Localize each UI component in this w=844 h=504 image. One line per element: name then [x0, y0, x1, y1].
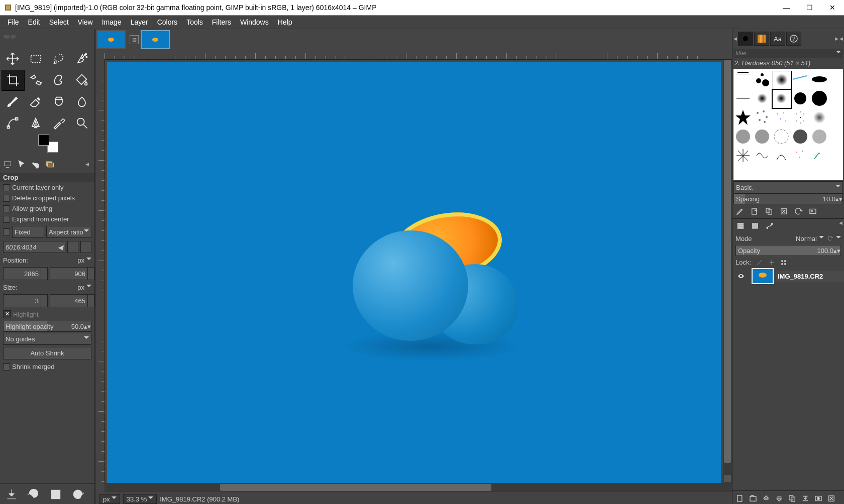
brush-grid[interactable]: [733, 69, 843, 180]
size-unit-select[interactable]: [86, 283, 91, 291]
ratio-input[interactable]: 6016:4014◀: [3, 241, 65, 253]
delete-cropped-checkbox[interactable]: [3, 195, 10, 202]
lock-alpha-icon[interactable]: [780, 259, 787, 266]
portrait-button[interactable]: [67, 241, 78, 253]
menu-view[interactable]: View: [73, 17, 97, 27]
mode-select[interactable]: [819, 234, 824, 242]
expand-center-checkbox[interactable]: [3, 216, 10, 223]
menu-layer[interactable]: Layer: [126, 17, 153, 27]
restore-options-icon[interactable]: [27, 488, 40, 502]
move-tool[interactable]: [2, 49, 24, 69]
visibility-icon[interactable]: [732, 273, 750, 280]
maximize-button[interactable]: ☐: [798, 0, 821, 15]
menu-windows[interactable]: Windows: [236, 17, 273, 27]
rect-select-tool[interactable]: [25, 49, 47, 69]
menu-edit[interactable]: Edit: [24, 17, 45, 27]
warp-tool[interactable]: [48, 70, 70, 90]
delete-options-icon[interactable]: [49, 488, 62, 502]
highlight-toggle[interactable]: ✕: [3, 310, 11, 318]
edit-brush-icon[interactable]: [733, 205, 747, 217]
scrollbar-vertical[interactable]: [723, 60, 732, 483]
clone-tool[interactable]: [48, 92, 70, 112]
layer-thumbnail[interactable]: [752, 268, 774, 284]
eraser-tool[interactable]: [25, 92, 47, 112]
menu-colors[interactable]: Colors: [153, 17, 182, 27]
lock-pixels-icon[interactable]: [756, 259, 763, 266]
new-brush-icon[interactable]: [748, 205, 761, 217]
brush-preset-select[interactable]: Basic,: [733, 181, 843, 193]
allow-growing-checkbox[interactable]: [3, 205, 10, 212]
text-tool[interactable]: [25, 113, 47, 133]
paths-tool[interactable]: [2, 113, 24, 133]
raise-layer-icon[interactable]: [762, 494, 771, 503]
bucket-fill-tool[interactable]: [71, 70, 93, 90]
paintbrush-tool[interactable]: [2, 92, 24, 112]
image-canvas[interactable]: [107, 62, 721, 483]
refresh-brushes-icon[interactable]: [792, 205, 805, 217]
save-options-icon[interactable]: [5, 488, 18, 502]
highlight-opacity-slider[interactable]: Highlight opacity50.0▴▾: [3, 321, 91, 332]
brush-filter-input[interactable]: filter: [733, 49, 843, 58]
menu-select[interactable]: Select: [45, 17, 73, 27]
delete-layer-icon[interactable]: [827, 494, 836, 503]
spacing-slider[interactable]: Spacing10.0▴▾: [733, 193, 843, 204]
lock-position-icon[interactable]: [768, 259, 775, 266]
landscape-button[interactable]: [80, 241, 91, 253]
smudge-tool[interactable]: [71, 92, 93, 112]
menu-filters[interactable]: Filters: [207, 17, 236, 27]
ruler-vertical[interactable]: [95, 60, 105, 483]
layer-row[interactable]: IMG_9819.CR2: [732, 268, 844, 285]
pos-y-input[interactable]: 906: [50, 267, 88, 280]
menu-help[interactable]: Help: [273, 17, 297, 27]
paths-tab[interactable]: [763, 220, 776, 231]
close-tab-button[interactable]: ⊠: [130, 35, 139, 44]
merge-down-icon[interactable]: [801, 494, 810, 503]
mask-icon[interactable]: [814, 494, 823, 503]
fg-bg-colors[interactable]: [38, 135, 58, 153]
crop-tool[interactable]: [2, 70, 25, 91]
pos-x-input[interactable]: 2865: [3, 267, 41, 280]
new-layer-group-icon[interactable]: [749, 494, 758, 503]
fonts-tab[interactable]: Aa: [770, 32, 785, 46]
help-tab-icon[interactable]: ?: [786, 32, 801, 46]
pos-unit-select[interactable]: [86, 256, 91, 264]
unified-transform-tool[interactable]: [26, 70, 48, 90]
minimize-button[interactable]: —: [775, 0, 798, 15]
aspect-ratio-select[interactable]: Aspect ratio: [46, 226, 91, 238]
images-icon[interactable]: [43, 158, 56, 171]
opacity-slider[interactable]: Opacity100.0▴▾: [735, 245, 841, 256]
undo-history-icon[interactable]: [29, 158, 42, 171]
size-y-input[interactable]: 465: [50, 294, 88, 307]
close-button[interactable]: ✕: [821, 0, 844, 15]
scrollbar-horizontal[interactable]: [104, 483, 732, 492]
size-x-input[interactable]: 3: [3, 294, 41, 307]
open-as-image-icon[interactable]: [806, 205, 819, 217]
shrink-merged-checkbox[interactable]: [3, 363, 10, 370]
image-tab-2-active[interactable]: [141, 30, 170, 49]
ruler-horizontal[interactable]: [104, 50, 732, 60]
menu-file[interactable]: File: [3, 17, 24, 27]
fixed-checkbox[interactable]: [3, 228, 10, 235]
reset-options-icon[interactable]: [71, 488, 84, 502]
unit-select[interactable]: px: [99, 494, 120, 504]
image-tab-1[interactable]: [96, 30, 126, 49]
layers-tab[interactable]: [734, 220, 747, 231]
layer-name[interactable]: IMG_9819.CR2: [776, 271, 844, 282]
tab-prev-icon[interactable]: ◀: [733, 36, 737, 41]
current-layer-only-checkbox[interactable]: [3, 184, 10, 191]
channels-tab[interactable]: [749, 220, 762, 231]
layers-tab-menu[interactable]: ◀: [839, 220, 842, 231]
new-layer-icon[interactable]: [735, 494, 745, 503]
pointer-icon[interactable]: [15, 158, 28, 171]
brushes-tab[interactable]: [738, 32, 753, 46]
fuzzy-select-tool[interactable]: [71, 49, 93, 69]
mode-reset-icon[interactable]: [826, 234, 834, 242]
device-status-icon[interactable]: [1, 158, 14, 171]
menu-tools[interactable]: Tools: [182, 17, 207, 27]
delete-brush-icon[interactable]: [777, 205, 790, 217]
configure-tab-icon[interactable]: ◀: [80, 158, 93, 171]
free-select-tool[interactable]: [48, 49, 70, 69]
guides-select[interactable]: No guides: [3, 333, 91, 345]
duplicate-layer-icon[interactable]: [788, 494, 797, 503]
tab-menu-icon[interactable]: ◀: [839, 36, 843, 41]
